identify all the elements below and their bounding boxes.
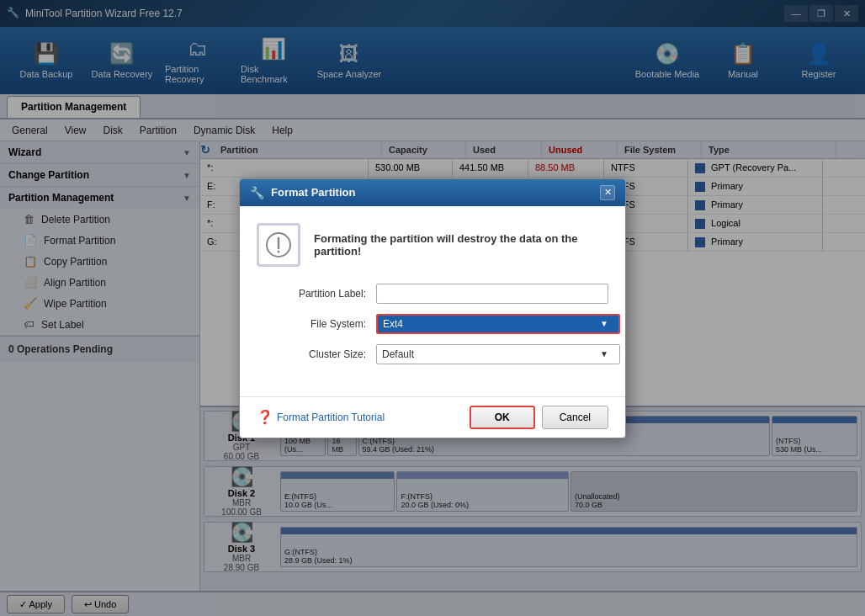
modal-form: Partition Label: File System: Ext4 NTFS … bbox=[257, 284, 608, 364]
modal-title: Format Partition bbox=[271, 186, 600, 199]
format-partition-modal: 🔧 Format Partition ✕ Formating the parti… bbox=[239, 178, 626, 438]
modal-ok-button[interactable]: OK bbox=[470, 406, 535, 429]
partition-label-input[interactable] bbox=[376, 284, 608, 304]
modal-body: Formating the partition will destroy the… bbox=[240, 206, 625, 396]
modal-warning-text: Formating the partition will destroy the… bbox=[314, 232, 608, 258]
modal-cancel-button[interactable]: Cancel bbox=[542, 406, 608, 429]
tutorial-link-text: Format Partition Tutorial bbox=[277, 412, 385, 423]
tutorial-help-icon: ❓ bbox=[257, 409, 273, 425]
file-system-label: File System: bbox=[257, 318, 366, 330]
file-system-select[interactable]: Ext4 NTFS FAT32 exFAT bbox=[376, 314, 620, 334]
modal-warning: Formating the partition will destroy the… bbox=[257, 223, 608, 267]
tutorial-link[interactable]: ❓ Format Partition Tutorial bbox=[257, 409, 463, 425]
warning-svg bbox=[265, 231, 292, 258]
modal-warning-icon bbox=[257, 223, 300, 267]
modal-overlay: 🔧 Format Partition ✕ Formating the parti… bbox=[0, 0, 865, 616]
modal-title-bar: 🔧 Format Partition ✕ bbox=[240, 179, 625, 206]
partition-label-label: Partition Label: bbox=[257, 288, 366, 300]
modal-title-icon: 🔧 bbox=[250, 186, 264, 199]
cluster-size-select[interactable]: Default 512 Bytes 1 KB 2 KB 4 KB bbox=[376, 344, 620, 364]
cluster-size-select-wrap: Default 512 Bytes 1 KB 2 KB 4 KB ▼ bbox=[376, 344, 608, 364]
modal-footer: ❓ Format Partition Tutorial OK Cancel bbox=[240, 396, 625, 438]
file-system-select-wrap: Ext4 NTFS FAT32 exFAT ▼ bbox=[376, 314, 608, 334]
modal-close-button[interactable]: ✕ bbox=[600, 185, 615, 200]
svg-point-2 bbox=[278, 250, 280, 252]
cluster-size-label: Cluster Size: bbox=[257, 348, 366, 360]
